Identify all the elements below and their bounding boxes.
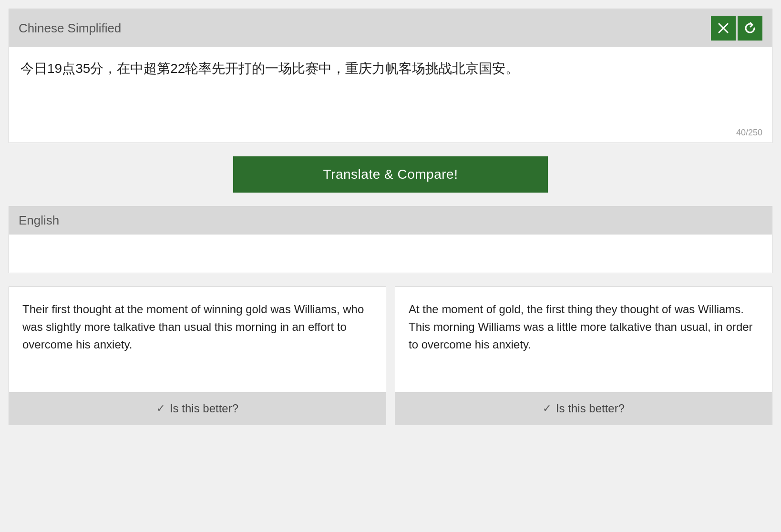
target-language-label: English	[19, 213, 59, 228]
checkmark-icon-1: ✓	[156, 402, 165, 415]
refresh-button[interactable]	[738, 16, 762, 41]
close-button[interactable]	[711, 16, 736, 41]
target-content	[9, 235, 772, 273]
source-section: Chinese Simplified 今日19点35分，在中超	[9, 9, 772, 143]
card-1-content: Their first thought at the moment of win…	[9, 287, 386, 392]
source-header-left: Chinese Simplified	[19, 21, 121, 36]
card-2-text: At the moment of gold, the first thing t…	[409, 300, 759, 354]
source-language-header: Chinese Simplified	[9, 9, 772, 47]
target-language-header: English	[9, 206, 772, 235]
card-2-content: At the moment of gold, the first thing t…	[395, 287, 772, 392]
comparison-section: Their first thought at the moment of win…	[9, 286, 772, 425]
source-header-buttons	[711, 16, 762, 41]
translate-compare-button[interactable]: Translate & Compare!	[233, 156, 548, 193]
refresh-icon	[744, 22, 756, 34]
target-section: English	[9, 206, 772, 273]
is-better-button-1[interactable]: ✓ Is this better?	[9, 392, 386, 425]
is-better-label-1: Is this better?	[170, 402, 238, 415]
close-icon	[717, 22, 730, 34]
translate-section: Translate & Compare!	[0, 143, 781, 206]
comparison-card-2: At the moment of gold, the first thing t…	[395, 286, 772, 425]
checkmark-icon-2: ✓	[543, 402, 551, 415]
char-count: 40/250	[736, 128, 762, 138]
app-container: Chinese Simplified 今日19点35分，在中超	[0, 0, 781, 434]
source-text: 今日19点35分，在中超第22轮率先开打的一场比赛中，重庆力帆客场挑战北京国安。	[21, 59, 760, 121]
is-better-label-2: Is this better?	[556, 402, 625, 415]
source-textarea-container: 今日19点35分，在中超第22轮率先开打的一场比赛中，重庆力帆客场挑战北京国安。…	[9, 47, 772, 143]
source-language-label: Chinese Simplified	[19, 21, 121, 36]
is-better-button-2[interactable]: ✓ Is this better?	[395, 392, 772, 425]
comparison-card-1: Their first thought at the moment of win…	[9, 286, 386, 425]
card-1-text: Their first thought at the moment of win…	[22, 300, 372, 354]
